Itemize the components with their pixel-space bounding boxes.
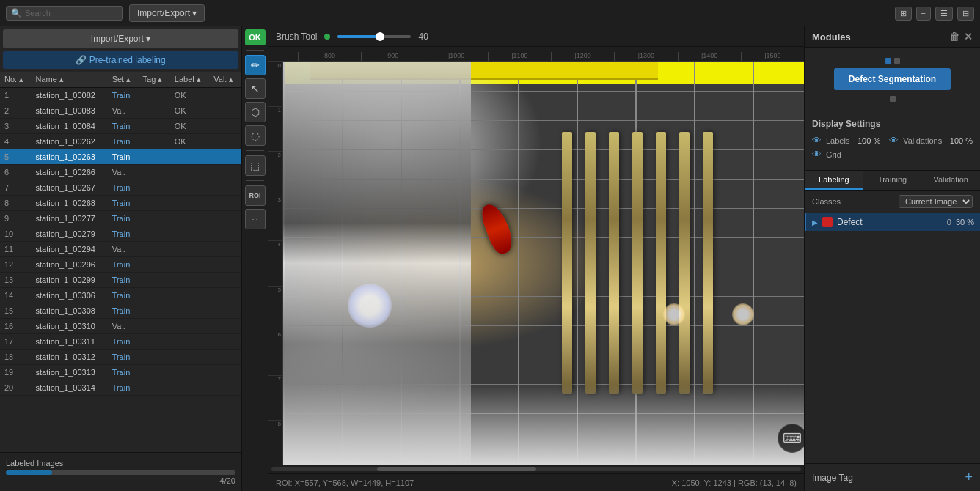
image-background[interactable]: ⌨ — [283, 62, 804, 465]
pretrained-button[interactable]: 🔗 Pre-trained labeling — [3, 51, 238, 69]
current-image-dropdown[interactable]: Current Image — [899, 195, 973, 208]
extra-tool-button[interactable]: ··· — [245, 209, 266, 229]
cell-set: Train — [108, 119, 139, 134]
table-row[interactable]: 5 station_1_00263 Train — [0, 149, 241, 165]
arrow-tool-button[interactable]: ↖ — [245, 78, 266, 99]
add-module-icon[interactable]: ✕ — [964, 31, 973, 43]
cell-val — [209, 196, 241, 211]
table-row[interactable]: 6 station_1_00266 Val. — [0, 165, 241, 180]
hscroll-track[interactable] — [271, 467, 801, 471]
cell-tag — [139, 288, 170, 303]
table-row[interactable]: 1 station_1_00082 Train OK — [0, 88, 241, 103]
list-icon-btn[interactable]: ☰ — [935, 7, 953, 21]
coords-status: X: 1050, Y: 1243 | RGB: (13, 14, 8) — [672, 479, 797, 487]
cell-val — [209, 180, 241, 196]
cell-name: station_1_00314 — [32, 380, 108, 396]
pin-3 — [609, 132, 619, 394]
table-row[interactable]: 7 station_1_00267 Train — [0, 180, 241, 196]
image-canvas[interactable]: 0 1 2 3 4 5 6 7 8 — [268, 62, 804, 465]
trash-icon[interactable]: 🗑 — [949, 31, 959, 43]
cell-label — [170, 319, 209, 334]
eye-icon-validations[interactable]: 👁 — [889, 135, 899, 146]
tab-labeling[interactable]: Labeling — [805, 171, 863, 190]
ruler-horizontal: 800 900 |1000 |1100 |1200 |1300 |1400 |1… — [268, 47, 804, 62]
canvas-area: Brush Tool 40 800 900 |1000 |1100 |1200 … — [268, 26, 804, 491]
cell-tag — [139, 380, 170, 396]
white-bar-bottom — [283, 384, 804, 465]
cell-val — [209, 242, 241, 257]
search-box[interactable]: 🔍 Search — [6, 6, 123, 21]
table-row[interactable]: 17 station_1_00311 Train — [0, 334, 241, 350]
tab-validation[interactable]: Validation — [921, 171, 980, 190]
add-tag-button[interactable]: + — [965, 470, 973, 485]
table-row[interactable]: 9 station_1_00277 Train — [0, 211, 241, 226]
ruler-vertical: 0 1 2 3 4 5 6 7 8 — [268, 62, 283, 465]
cell-tag — [139, 149, 170, 165]
hscroll-thumb[interactable] — [377, 467, 536, 471]
eye-icon-grid[interactable]: 👁 — [812, 149, 822, 160]
table-row[interactable]: 15 station_1_00308 Train — [0, 303, 241, 319]
polygon-tool-button[interactable]: ⬡ — [245, 102, 266, 122]
table-row[interactable]: 3 station_1_00084 Train OK — [0, 119, 241, 134]
table-row[interactable]: 4 station_1_00262 Train OK — [0, 134, 241, 149]
col-tag[interactable]: Tag ▴ — [139, 72, 170, 88]
table-row[interactable]: 14 station_1_00306 Train — [0, 288, 241, 303]
import-export-button[interactable]: Import/Export ▾ — [129, 4, 205, 22]
separator-1 — [246, 50, 264, 51]
grid-row: 👁 Grid — [812, 149, 973, 160]
filter-icon-btn[interactable]: ≡ — [916, 7, 931, 21]
col-name[interactable]: Name ▴ — [32, 72, 108, 88]
progress-bar-track — [6, 470, 235, 475]
table-row[interactable]: 8 station_1_00268 Train — [0, 196, 241, 211]
cell-tag — [139, 88, 170, 103]
lasso-tool-button[interactable]: ◌ — [245, 125, 266, 146]
cell-name: station_1_00312 — [32, 350, 108, 365]
cell-name: station_1_00296 — [32, 257, 108, 273]
col-val[interactable]: Val. ▴ — [209, 72, 241, 88]
horizontal-scrollbar[interactable] — [268, 465, 804, 473]
table-row[interactable]: 13 station_1_00299 Train — [0, 273, 241, 288]
ruler-h-tick-4: |1100 — [488, 52, 551, 61]
cell-set: Train — [108, 211, 139, 226]
class-expand-icon[interactable]: ▶ — [812, 218, 818, 226]
eye-icon-labels[interactable]: 👁 — [812, 135, 822, 146]
brush-slider[interactable] — [337, 35, 411, 38]
pin-1 — [562, 132, 572, 394]
cell-no: 3 — [0, 119, 32, 134]
table-header-row: No. ▴ Name ▴ Set ▴ Tag ▴ Label ▴ Val. ▴ — [0, 72, 241, 88]
table-row[interactable]: 2 station_1_00083 Val. OK — [0, 103, 241, 119]
pin-5 — [656, 132, 666, 394]
cell-no: 16 — [0, 319, 32, 334]
classes-header: Classes Current Image — [805, 191, 980, 213]
ruler-h-tick-2: 900 — [361, 52, 424, 61]
class-row-defect[interactable]: ▶ Defect 0 30 % — [805, 213, 980, 231]
col-no[interactable]: No. ▴ — [0, 72, 32, 88]
top-bar: 🔍 Search Import/Export ▾ ⊞ ≡ ☰ ⊟ — [0, 0, 980, 26]
class-name-label: Defect — [837, 217, 943, 227]
table-row[interactable]: 16 station_1_00310 Val. — [0, 319, 241, 334]
import-export-main-button[interactable]: Import/Export ▾ — [3, 29, 238, 48]
pin-2 — [585, 132, 596, 394]
roi-tool-button[interactable]: ROI — [245, 185, 266, 206]
toolbar: OK ✏ ↖ ⬡ ◌ ⬚ ROI ··· — [242, 26, 268, 491]
brush-tool-button[interactable]: ✏ — [245, 55, 266, 75]
ok-button[interactable]: OK — [245, 29, 266, 45]
grid-icon-btn[interactable]: ⊞ — [895, 7, 912, 21]
table-row[interactable]: 10 station_1_00279 Train — [0, 226, 241, 242]
settings-icon-btn[interactable]: ⊟ — [957, 7, 974, 21]
defect-segmentation-button[interactable]: Defect Segmentation — [834, 68, 951, 90]
rv-tick-7: 7 — [268, 375, 282, 420]
keyboard-icon[interactable]: ⌨ — [778, 424, 804, 453]
tab-training[interactable]: Training — [863, 171, 922, 190]
table-row[interactable]: 18 station_1_00312 Train — [0, 350, 241, 365]
table-row[interactable]: 11 station_1_00294 Val. — [0, 242, 241, 257]
table-row[interactable]: 19 station_1_00313 Train — [0, 365, 241, 380]
col-set[interactable]: Set ▴ — [108, 72, 139, 88]
table-row[interactable]: 20 station_1_00314 Train — [0, 380, 241, 396]
main-layout: Import/Export ▾ 🔗 Pre-trained labeling N… — [0, 26, 980, 491]
cell-tag — [139, 319, 170, 334]
col-label[interactable]: Label ▴ — [170, 72, 209, 88]
table-row[interactable]: 12 station_1_00296 Train — [0, 257, 241, 273]
cell-name: station_1_00263 — [32, 149, 108, 165]
rect-tool-button[interactable]: ⬚ — [245, 155, 266, 176]
